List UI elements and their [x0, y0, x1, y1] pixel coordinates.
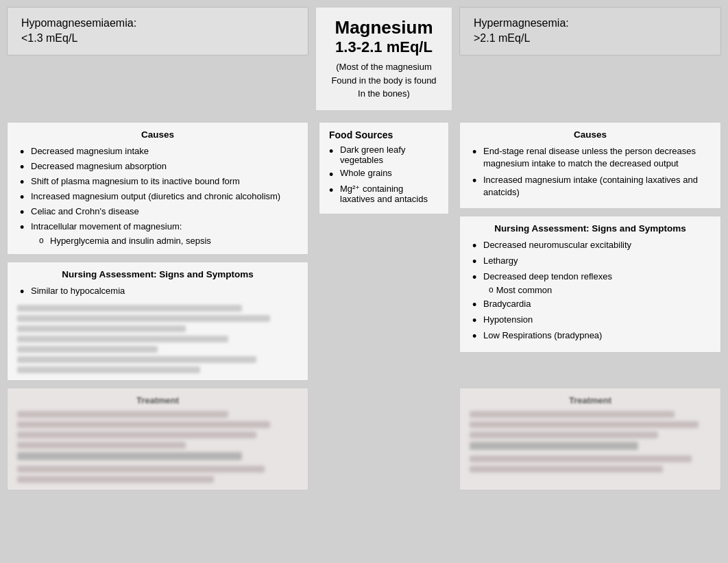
left-column: Causes • Decreased magnesium intake • De… — [7, 122, 308, 381]
hypo-cause-4: Increased magnesium output (diuretics an… — [31, 190, 280, 203]
hypo-cause-5: Celiac and Crohn's disease — [31, 205, 139, 218]
bullet-icon: • — [472, 271, 483, 284]
bullet-icon: • — [20, 206, 31, 218]
magnesium-range: 1.3-2.1 mEq/L — [323, 38, 445, 56]
mag-sub-line1: (Most of the magnesium — [336, 62, 431, 72]
bottom-left-blurred-content — [17, 411, 298, 483]
hyper-causes-list: • End-stage renal disease unless the per… — [470, 145, 711, 199]
bullet-icon: • — [20, 146, 31, 158]
hyper-nursing-1: Decreased neuromuscular excitability — [483, 239, 631, 251]
bullet-icon: • — [472, 299, 483, 311]
hyper-title-line2: >2.1 mEq/L — [474, 32, 530, 44]
hyper-nursing-4: Bradycardia — [483, 298, 531, 310]
bottom-center-gap — [315, 388, 452, 490]
hyper-nursing-card: Nursing Assessment: Signs and Symptoms •… — [459, 216, 721, 353]
list-item: • Dark green leafy vegetables — [329, 145, 439, 165]
hypo-cause-sub: o Hyperglycemia and insulin admin, sepsi… — [39, 236, 298, 246]
bottom-right-blurred-content — [470, 411, 711, 473]
hypo-header-title: Hypomagnesemiaemia: <1.3 mEq/L — [21, 16, 294, 47]
food-sources-list: • Dark green leafy vegetables • Whole gr… — [329, 145, 439, 204]
list-item: • Increased magnesium intake (containing… — [472, 174, 711, 199]
bullet-icon: • — [20, 176, 31, 188]
right-column: Causes • End-stage renal disease unless … — [459, 122, 721, 353]
hyper-causes-title: Causes — [470, 129, 711, 140]
list-item: • Intracellular movement of magnesium: — [20, 221, 298, 234]
list-item: • Increased magnesium output (diuretics … — [20, 190, 298, 203]
hyper-cause-1: End-stage renal disease unless the perso… — [483, 145, 711, 170]
hyper-nursing-2: Lethargy — [483, 255, 518, 267]
list-item: • Low Respirations (bradypnea) — [472, 329, 711, 342]
magnesium-main-box: Magnesium 1.3-2.1 mEq/L (Most of the mag… — [315, 7, 452, 111]
list-item: • Hypotension — [472, 314, 711, 327]
bullet-icon: • — [472, 146, 483, 158]
list-item: • Bradycardia — [472, 298, 711, 311]
bullet-icon: • — [329, 168, 340, 181]
bottom-left-title: Treatment — [17, 395, 298, 405]
hyper-nursing-6: Low Respirations (bradypnea) — [483, 329, 602, 342]
list-item: • Decreased magnesium absorption — [20, 160, 298, 173]
food-sources-card: Food Sources • Dark green leafy vegetabl… — [319, 122, 449, 214]
list-item: • Lethargy — [472, 255, 711, 268]
bullet-icon: • — [20, 221, 31, 234]
hypo-nursing-list: • Similar to hypocalcemia — [17, 285, 298, 298]
hypo-nursing-blurred — [17, 305, 298, 373]
list-item: • Decreased neuromuscular excitability — [472, 239, 711, 252]
page-wrapper: Hypomagnesemiaemia: <1.3 mEq/L Magnesium… — [0, 0, 728, 563]
bullet-icon: • — [329, 145, 340, 158]
mag-sub-line3: In the bones) — [358, 88, 410, 99]
hypo-nursing-card: Nursing Assessment: Signs and Symptoms •… — [7, 262, 308, 381]
sub-bullet-icon: o — [39, 236, 50, 245]
hyper-header-box: Hypermagnesemia: >2.1 mEq/L — [459, 7, 721, 55]
bullet-icon: • — [472, 240, 483, 252]
hyper-title-line1: Hypermagnesemia: — [474, 17, 569, 29]
hypo-nursing-title: Nursing Assessment: Signs and Symptoms — [17, 269, 298, 279]
hyper-cause-2: Increased magnesium intake (containing l… — [483, 174, 711, 199]
hypo-cause-3: Shift of plasma magnesium to its inactiv… — [31, 175, 240, 188]
bullet-icon: • — [329, 184, 340, 197]
hypo-cause-6: Intracellular movement of magnesium: — [31, 221, 182, 233]
bottom-right-title: Treatment — [470, 395, 711, 405]
bottom-left-blurred: Treatment — [7, 388, 308, 490]
magnesium-subtitle: (Most of the magnesium Found in the body… — [323, 60, 445, 101]
list-item: • Shift of plasma magnesium to its inact… — [20, 175, 298, 188]
list-item: • Similar to hypocalcemia — [20, 285, 298, 298]
hyper-header-title: Hypermagnesemia: >2.1 mEq/L — [474, 16, 707, 47]
list-item: • End-stage renal disease unless the per… — [472, 145, 711, 170]
hypo-nursing-1: Similar to hypocalcemia — [31, 285, 125, 297]
bullet-icon: • — [20, 191, 31, 203]
food-source-3: Mg²⁺ containing laxatives and antacids — [340, 184, 439, 204]
mag-sub-line2: Found in the body is found — [331, 75, 436, 86]
magnesium-title: Magnesium — [323, 17, 445, 38]
hypo-title-line1: Hypomagnesemiaemia: — [21, 17, 136, 29]
hyper-nursing-5: Hypotension — [483, 314, 533, 326]
bullet-icon: • — [472, 314, 483, 327]
hypo-cause-1: Decreased magnesium intake — [31, 145, 149, 158]
bullet-icon: • — [472, 255, 483, 268]
hyper-causes-card: Causes • End-stage renal disease unless … — [459, 122, 721, 210]
bullet-icon: • — [20, 161, 31, 173]
bullet-icon: • — [472, 330, 483, 342]
hypo-causes-title: Causes — [17, 129, 298, 140]
hypo-cause-sub-1: Hyperglycemia and insulin admin, sepsis — [50, 236, 211, 246]
list-item: • Celiac and Crohn's disease — [20, 205, 298, 218]
hyper-nursing-sub: o Most common — [489, 285, 711, 295]
food-source-1: Dark green leafy vegetables — [340, 145, 439, 165]
hyper-nursing-sub-1: Most common — [496, 285, 553, 295]
hypo-header-box: Hypomagnesemiaemia: <1.3 mEq/L — [7, 7, 308, 55]
bullet-icon: • — [472, 175, 483, 187]
list-item: • Mg²⁺ containing laxatives and antacids — [329, 184, 439, 204]
hyper-nursing-list: • Decreased neuromuscular excitability •… — [470, 239, 711, 342]
center-column: Food Sources • Dark green leafy vegetabl… — [315, 122, 452, 214]
bottom-right-blurred: Treatment — [459, 388, 721, 490]
bottom-row: Treatment Treatment — [7, 388, 721, 490]
list-item: • Whole grains — [329, 168, 439, 181]
list-item: • Decreased deep tendon reflexes — [472, 271, 711, 284]
hyper-nursing-title: Nursing Assessment: Signs and Symptoms — [470, 223, 711, 234]
hypo-causes-card: Causes • Decreased magnesium intake • De… — [7, 122, 308, 255]
food-sources-title: Food Sources — [329, 129, 439, 140]
hyper-nursing-3: Decreased deep tendon reflexes — [483, 271, 612, 283]
food-source-2: Whole grains — [340, 168, 392, 178]
sub-bullet-icon: o — [489, 285, 494, 295]
hypo-causes-list: • Decreased magnesium intake • Decreased… — [17, 145, 298, 246]
hypo-title-line2: <1.3 mEq/L — [21, 32, 77, 44]
